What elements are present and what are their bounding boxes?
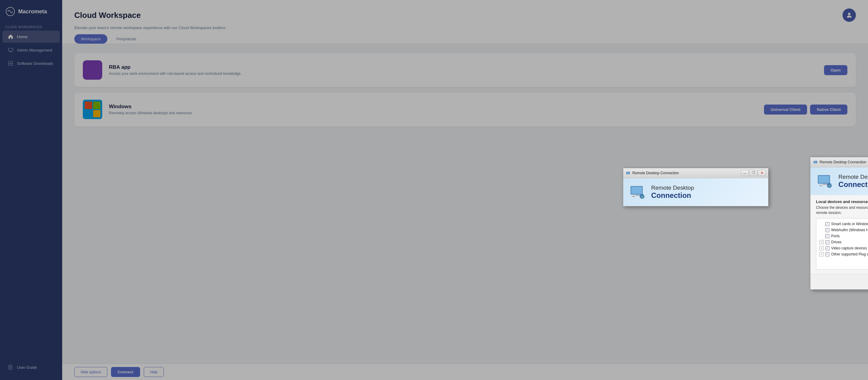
rdc-front-title: Remote Desktop Connection: [820, 160, 868, 164]
svg-rect-13: [636, 195, 640, 196]
svg-rect-12: [631, 187, 642, 194]
ports-checkbox[interactable]: ✓: [826, 234, 830, 238]
list-item: + ✓ Video capture devices: [819, 245, 868, 251]
rdc-back-maximize-button[interactable]: ❐: [749, 170, 757, 176]
svg-point-14: [632, 196, 636, 197]
svg-point-21: [819, 184, 823, 186]
webauthn-label: WebAuthn (Windows Hello or security keys…: [831, 228, 868, 232]
ports-label: Ports: [831, 234, 840, 238]
rdc-back-titlebar-btns: — ❐ ✕: [741, 170, 766, 176]
local-devices-heading: Local devices and resources: [816, 199, 868, 204]
rdc-back-close-button[interactable]: ✕: [758, 170, 766, 176]
rdc-back-banner-title: Remote Desktop: [651, 184, 694, 191]
list-item: ✓ Ports: [819, 233, 868, 239]
rdc-dialog-front[interactable]: Remote Desktop Connection ✕ Remote Deskt…: [810, 157, 868, 290]
svg-rect-20: [823, 184, 828, 185]
rdc-back-title: Remote Desktop Connection: [632, 171, 739, 175]
rdc-front-banner-text: Remote Desktop Connection: [839, 174, 868, 189]
video-expand-button[interactable]: +: [819, 246, 824, 250]
svg-point-15: [640, 194, 645, 199]
drives-expand-button[interactable]: +: [819, 240, 824, 244]
list-item: ✓ Smart cards or Windows Hello for Busin…: [819, 221, 868, 227]
smart-cards-checkbox[interactable]: ✓: [826, 222, 830, 226]
list-item: + ✓ Drives: [819, 239, 868, 245]
rdc-dialog-back[interactable]: Remote Desktop Connection — ❐ ✕ Remote D…: [623, 168, 769, 206]
pnp-checkbox[interactable]: ✓: [826, 252, 830, 256]
video-checkbox[interactable]: ✓: [826, 246, 830, 250]
drives-checkbox[interactable]: ✓: [826, 240, 830, 244]
rdc-front-footer: OK Cancel: [811, 274, 868, 289]
rdc-back-titlebar: Remote Desktop Connection — ❐ ✕: [623, 168, 768, 178]
rdc-front-banner: Remote Desktop Connection: [811, 167, 868, 195]
svg-point-22: [827, 183, 832, 188]
svg-rect-19: [818, 176, 830, 183]
drives-label: Drives: [831, 240, 842, 244]
svg-rect-17: [814, 162, 817, 163]
rdc-front-body: Local devices and resources Choose the d…: [811, 195, 868, 274]
webauthn-checkbox[interactable]: ✓: [826, 228, 830, 232]
rdc-front-banner-icon: [817, 173, 834, 190]
svg-point-10: [627, 174, 627, 175]
pnp-expand-button[interactable]: +: [819, 252, 824, 256]
rdc-back-banner: Remote Desktop Connection: [623, 178, 768, 206]
smart-cards-label: Smart cards or Windows Hello for Busines…: [831, 222, 868, 226]
rdc-front-titlebar: Remote Desktop Connection ✕: [811, 157, 868, 167]
rdc-back-minimize-button[interactable]: —: [741, 170, 749, 176]
dialog-overlay: Remote Desktop Connection — ❐ ✕ Remote D…: [0, 0, 868, 380]
device-list: ✓ Smart cards or Windows Hello for Busin…: [816, 218, 868, 270]
video-label: Video capture devices: [831, 246, 867, 250]
list-item: + ✓ Other supported Plug and Play (PnP) …: [819, 251, 868, 257]
rdc-front-banner-subtitle: Connection: [839, 180, 868, 189]
local-devices-desc: Choose the devices and resources on this…: [816, 205, 868, 215]
rdc-back-banner-text: Remote Desktop Connection: [651, 184, 694, 200]
pnp-label: Other supported Plug and Play (PnP) devi…: [831, 252, 868, 256]
rdc-back-titlebar-icon: [626, 171, 630, 175]
rdc-back-banner-subtitle: Connection: [651, 191, 694, 200]
rdc-back-banner-icon: [629, 184, 646, 201]
rdc-front-banner-title: Remote Desktop: [839, 174, 868, 180]
list-item: ✓ WebAuthn (Windows Hello or security ke…: [819, 227, 868, 233]
rdc-front-titlebar-icon: [813, 160, 818, 165]
